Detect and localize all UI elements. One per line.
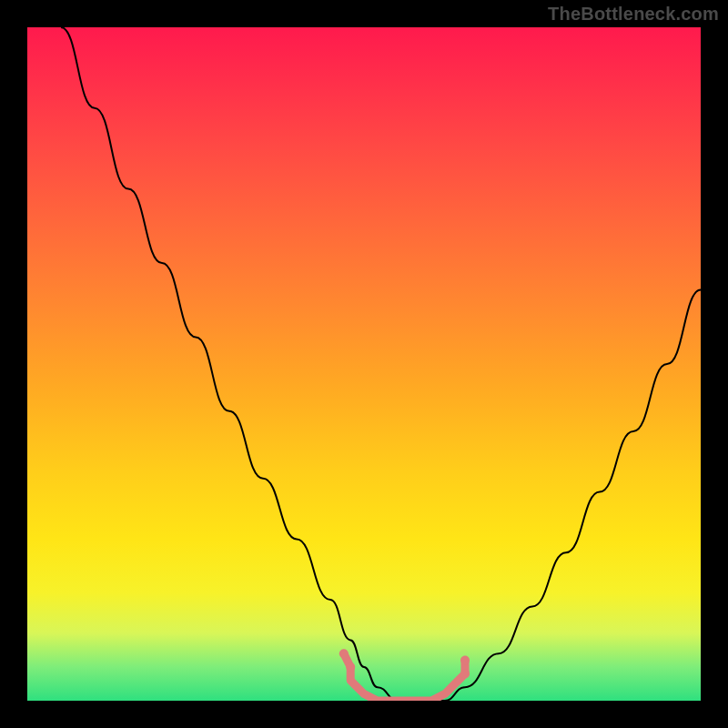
bottleneck-curve bbox=[27, 27, 701, 701]
plot-area bbox=[27, 27, 701, 701]
highlight-band-path bbox=[344, 653, 465, 701]
watermark-text: TheBottleneck.com bbox=[548, 4, 719, 25]
highlight-dot bbox=[460, 656, 470, 665]
chart-frame: TheBottleneck.com bbox=[0, 0, 728, 728]
highlight-dot bbox=[460, 669, 470, 678]
curve-path bbox=[61, 27, 701, 701]
highlight-dot bbox=[339, 649, 349, 658]
highlight-dot bbox=[346, 662, 355, 672]
